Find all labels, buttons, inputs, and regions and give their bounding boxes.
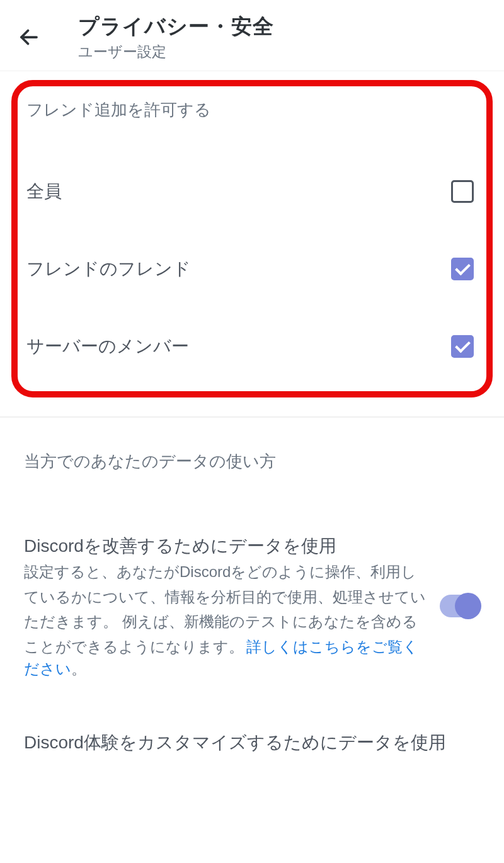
option-label: フレンドのフレンド xyxy=(26,257,191,281)
period: 。 xyxy=(71,660,86,677)
option-everyone[interactable]: 全員 xyxy=(26,126,474,203)
data-improve-title: Discordを改善するためにデータを使用 xyxy=(24,533,427,559)
option-server-members[interactable]: サーバーのメンバー xyxy=(26,281,474,358)
header-titles: プライバシー・安全 ユーザー設定 xyxy=(78,13,274,62)
data-improve-toggle[interactable] xyxy=(440,595,480,617)
page-title: プライバシー・安全 xyxy=(78,13,274,41)
data-improve-setting: Discordを改善するためにデータを使用 設定すると、あなたがDiscordを… xyxy=(0,533,504,679)
friend-section-header: フレンド追加を許可する xyxy=(26,99,474,121)
option-label: 全員 xyxy=(26,180,62,203)
toggle-wrap xyxy=(440,595,480,617)
data-customize-setting: Discord体験をカスタマイズするためにデータを使用 xyxy=(0,729,504,756)
friend-add-section-highlight: フレンド追加を許可する 全員 フレンドのフレンド サーバーのメンバー xyxy=(11,80,493,397)
data-customize-title: Discord体験をカスタマイズするためにデータを使用 xyxy=(24,729,480,756)
back-button[interactable] xyxy=(18,26,40,51)
checkbox-friends-of-friends[interactable] xyxy=(451,258,474,280)
toggle-knob xyxy=(455,593,481,619)
data-section-header: 当方でのあなたのデータの使い方 xyxy=(24,450,480,472)
data-text-block: Discordを改善するためにデータを使用 設定すると、あなたがDiscordを… xyxy=(24,533,440,679)
checkbox-everyone[interactable] xyxy=(451,180,474,203)
page-header: プライバシー・安全 ユーザー設定 xyxy=(0,0,504,71)
checkbox-server-members[interactable] xyxy=(451,335,474,358)
data-usage-section: 当方でのあなたのデータの使い方 xyxy=(0,416,504,472)
option-friends-of-friends[interactable]: フレンドのフレンド xyxy=(26,203,474,281)
option-label: サーバーのメンバー xyxy=(26,334,189,358)
data-improve-description-wrap: 設定すると、あなたがDiscordをどのように操作、利用しているかについて、情報… xyxy=(24,559,427,679)
page-subtitle: ユーザー設定 xyxy=(78,42,274,62)
